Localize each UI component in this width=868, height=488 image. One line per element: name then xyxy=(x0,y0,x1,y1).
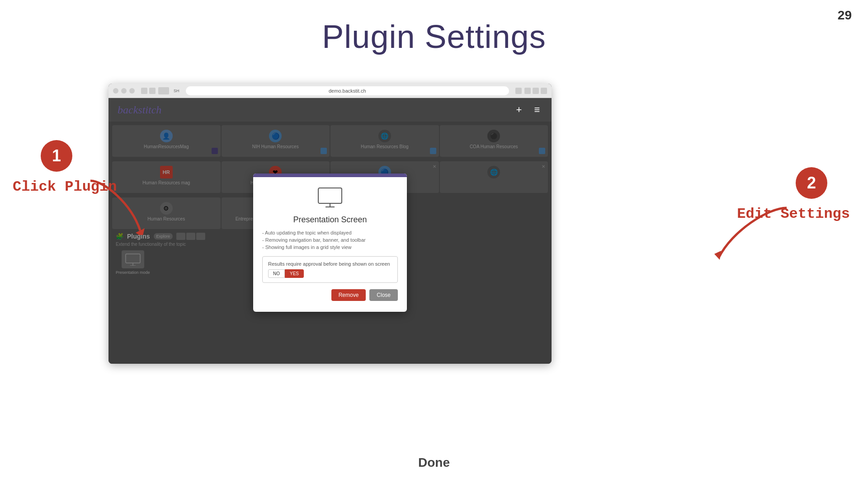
modal-overlay: Presentation Screen - Auto updating the … xyxy=(108,122,552,364)
app-header-icons: + ≡ xyxy=(514,104,542,115)
app-content: backstitch + ≡ 👤 HumanResourcesMag 🔵 NIH… xyxy=(108,98,552,364)
browser-action-1[interactable] xyxy=(524,88,531,94)
browser-tab-label: SH xyxy=(174,89,179,93)
modal-body: Presentation Screen - Auto updating the … xyxy=(253,177,407,312)
toggle-yes-btn[interactable]: YES xyxy=(285,269,304,278)
toggle-no-btn[interactable]: NO xyxy=(268,269,285,278)
page-number: 29 xyxy=(838,8,852,23)
browser-url-text: demo.backstit.ch xyxy=(329,88,366,94)
annotation-circle-1: 1 xyxy=(41,140,72,172)
browser-tab-btn[interactable] xyxy=(158,87,169,94)
add-icon[interactable]: + xyxy=(514,104,524,115)
arrow-1 xyxy=(77,176,149,237)
menu-icon[interactable]: ≡ xyxy=(532,104,542,115)
modal-approval-text: Results require approval before being sh… xyxy=(268,261,392,267)
annotation-circle-2: 2 xyxy=(796,167,827,199)
app-logo: backstitch xyxy=(118,104,161,116)
modal-feature-1: - Auto updating the topic when displayed xyxy=(262,230,398,235)
browser-window: SH demo.backstit.ch backstitch + ≡ 👤 Hum… xyxy=(108,84,552,364)
modal-title: Presentation Screen xyxy=(262,215,398,225)
browser-chrome: SH demo.backstit.ch xyxy=(108,84,552,98)
page-title: Plugin Settings xyxy=(0,0,868,55)
app-header: backstitch + ≡ xyxy=(108,98,552,122)
browser-actions xyxy=(524,88,547,94)
svg-marker-1 xyxy=(714,251,721,260)
remove-button[interactable]: Remove xyxy=(331,289,366,301)
browser-nav-btns xyxy=(141,88,156,94)
modal-feature-3: - Showing full images in a grid style vi… xyxy=(262,244,398,250)
browser-forward-btn[interactable] xyxy=(149,88,156,94)
modal-dialog: Presentation Screen - Auto updating the … xyxy=(253,174,407,312)
modal-footer: Remove Close xyxy=(262,289,398,303)
svg-rect-5 xyxy=(318,188,342,203)
done-label: Done xyxy=(418,455,450,470)
browser-back-btn[interactable] xyxy=(141,88,147,94)
close-button[interactable]: Close xyxy=(369,289,398,301)
browser-url-bar[interactable]: demo.backstit.ch xyxy=(186,86,509,95)
modal-feature-2: - Removing navigation bar, banner, and t… xyxy=(262,237,398,243)
modal-approval-box: Results require approval before being sh… xyxy=(262,256,398,283)
browser-max-btn[interactable] xyxy=(129,88,135,94)
browser-min-btn[interactable] xyxy=(121,88,127,94)
browser-close-btn[interactable] xyxy=(113,88,118,94)
modal-toggle[interactable]: NO YES xyxy=(268,269,392,278)
modal-icon-area xyxy=(262,186,398,211)
modal-feature-list: - Auto updating the topic when displayed… xyxy=(262,230,398,250)
presentation-screen-icon xyxy=(316,186,344,211)
modal-header-bar xyxy=(253,174,407,177)
browser-action-2[interactable] xyxy=(533,88,539,94)
browser-refresh-btn[interactable] xyxy=(515,88,522,94)
arrow-2 xyxy=(705,203,796,264)
browser-action-3[interactable] xyxy=(541,88,547,94)
